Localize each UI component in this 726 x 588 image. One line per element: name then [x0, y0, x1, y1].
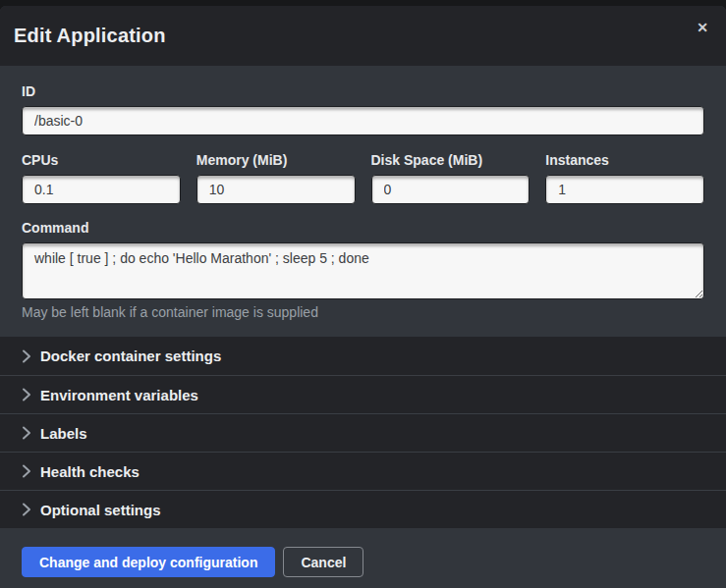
chevron-right-icon: [22, 503, 31, 516]
chevron-right-icon: [22, 388, 31, 401]
section-label: Docker container settings: [40, 347, 221, 364]
close-icon[interactable]: ✕: [693, 17, 712, 38]
chevron-right-icon: [22, 426, 31, 440]
section-docker-container-settings[interactable]: Docker container settings: [0, 337, 726, 375]
memory-field-group: Memory (MiB): [196, 152, 356, 204]
command-help-text: May be left blank if a container image i…: [22, 304, 704, 320]
memory-input[interactable]: [196, 175, 356, 204]
resource-fields-row: CPUs Memory (MiB) Disk Space (MiB) Insta…: [22, 152, 704, 204]
command-input[interactable]: while [ true ] ; do echo 'Hello Marathon…: [22, 242, 704, 299]
disk-space-label: Disk Space (MiB): [371, 152, 531, 168]
section-health-checks[interactable]: Health checks: [0, 452, 726, 490]
cpus-field-group: CPUs: [22, 152, 181, 204]
id-label: ID: [22, 83, 704, 99]
section-label: Environment variables: [40, 387, 198, 403]
section-label: Optional settings: [40, 502, 161, 518]
disk-space-field-group: Disk Space (MiB): [371, 152, 531, 204]
id-input[interactable]: [22, 106, 704, 135]
section-optional-settings[interactable]: Optional settings: [0, 490, 726, 528]
instances-input[interactable]: [545, 175, 704, 204]
cpus-label: CPUs: [22, 152, 181, 168]
command-field-group: Command while [ true ] ; do echo 'Hello …: [22, 220, 704, 320]
section-label: Health checks: [40, 463, 140, 480]
id-field-group: ID: [22, 83, 704, 135]
modal-backdrop: Edit Application ✕ ID CPUs Memory (MiB) …: [0, 0, 726, 588]
section-environment-variables[interactable]: Environment variables: [0, 375, 726, 413]
chevron-right-icon: [22, 349, 31, 363]
chevron-right-icon: [22, 464, 31, 478]
edit-application-modal: Edit Application ✕ ID CPUs Memory (MiB) …: [0, 6, 726, 588]
modal-header: Edit Application ✕: [0, 6, 726, 66]
memory-label: Memory (MiB): [196, 152, 356, 168]
modal-title: Edit Application: [14, 25, 166, 47]
instances-label: Instances: [545, 152, 704, 168]
change-and-deploy-button[interactable]: Change and deploy configuration: [22, 547, 275, 577]
section-label: Labels: [40, 425, 87, 442]
command-label: Command: [22, 220, 704, 236]
application-form: ID CPUs Memory (MiB) Disk Space (MiB) In: [0, 66, 726, 337]
instances-field-group: Instances: [545, 152, 704, 204]
disk-space-input[interactable]: [371, 175, 531, 204]
section-labels[interactable]: Labels: [0, 413, 726, 452]
cancel-button[interactable]: Cancel: [283, 547, 363, 577]
cpus-input[interactable]: [22, 175, 181, 204]
collapsible-sections: Docker container settings Environment va…: [0, 337, 726, 528]
modal-footer: Change and deploy configuration Cancel: [0, 528, 726, 588]
